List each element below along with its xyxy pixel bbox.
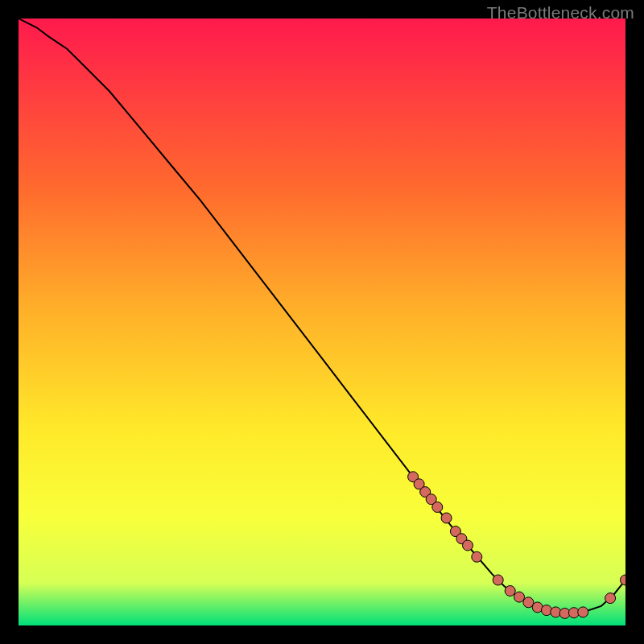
- data-marker: [605, 593, 616, 604]
- gradient-background: [19, 19, 625, 625]
- data-marker: [542, 605, 552, 616]
- plot-area: [19, 19, 625, 625]
- data-marker: [578, 607, 588, 617]
- chart-stage: TheBottleneck.com: [0, 0, 644, 644]
- data-marker: [463, 540, 473, 551]
- data-marker: [472, 551, 482, 562]
- data-marker: [505, 586, 515, 597]
- data-marker: [441, 513, 452, 523]
- plot-svg: [19, 19, 625, 625]
- data-marker: [493, 575, 503, 585]
- data-marker: [514, 592, 525, 602]
- watermark-text: TheBottleneck.com: [487, 3, 634, 23]
- data-marker: [432, 502, 443, 513]
